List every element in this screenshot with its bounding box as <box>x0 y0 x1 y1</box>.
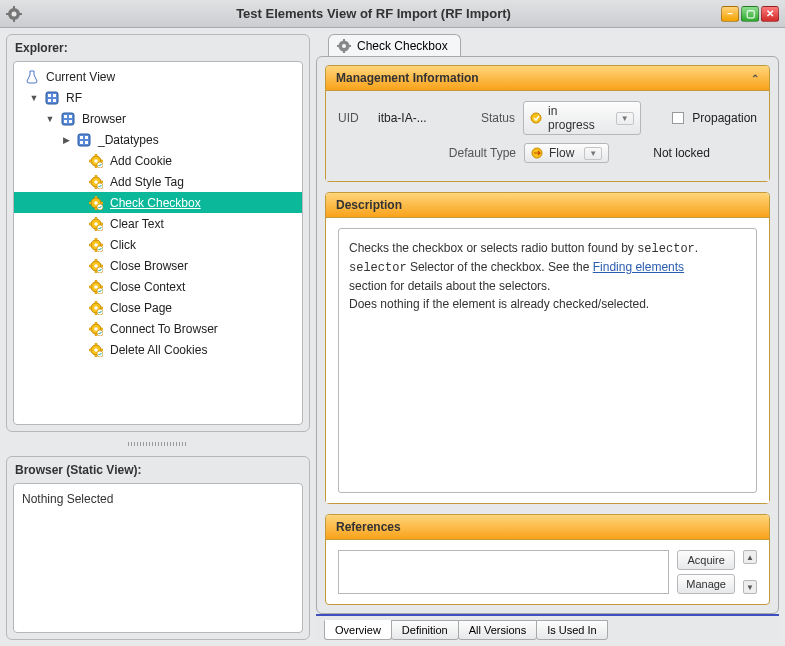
description-header[interactable]: Description <box>326 193 769 218</box>
svg-rect-94 <box>343 50 345 53</box>
tree-item[interactable]: ▶Close Context <box>14 276 302 297</box>
status-icon <box>530 112 542 124</box>
static-view-content: Nothing Selected <box>14 484 302 514</box>
close-button[interactable]: ✕ <box>761 6 779 22</box>
app-icon <box>6 6 22 22</box>
svg-rect-25 <box>89 160 92 162</box>
svg-point-57 <box>94 264 98 268</box>
action-gear-icon <box>88 279 104 295</box>
references-list[interactable] <box>338 550 669 594</box>
svg-rect-8 <box>53 94 56 97</box>
tree-browser[interactable]: ▼ Browser <box>14 108 302 129</box>
tree-item[interactable]: ▶Check Checkbox <box>14 192 302 213</box>
management-section: Management Information ⌃ UID itba-IA-...… <box>325 65 770 182</box>
status-dropdown[interactable]: in progress ▼ <box>523 101 641 135</box>
action-gear-icon <box>88 321 104 337</box>
tree-item[interactable]: ▶Clear Text <box>14 213 302 234</box>
tab-check-checkbox[interactable]: Check Checkbox <box>328 34 461 57</box>
svg-rect-67 <box>89 286 92 288</box>
svg-rect-10 <box>53 99 56 102</box>
expand-icon[interactable]: ▼ <box>28 93 40 103</box>
tab-is-used-in[interactable]: Is Used In <box>536 620 608 640</box>
svg-rect-75 <box>101 307 104 309</box>
tree-rf[interactable]: ▼ RF <box>14 87 302 108</box>
references-header[interactable]: References <box>326 515 769 540</box>
chevron-down-icon: ▼ <box>584 147 602 160</box>
tree-item[interactable]: ▶Add Style Tag <box>14 171 302 192</box>
svg-rect-5 <box>19 13 22 15</box>
tree-datatypes[interactable]: ▶ _Datatypes <box>14 129 302 150</box>
finding-elements-link[interactable]: Finding elements <box>593 260 684 274</box>
tree-item[interactable]: ▶Close Page <box>14 297 302 318</box>
svg-rect-89 <box>101 349 104 351</box>
svg-rect-81 <box>89 328 92 330</box>
svg-rect-23 <box>95 154 97 157</box>
svg-rect-46 <box>89 223 92 225</box>
svg-rect-15 <box>69 120 72 123</box>
svg-rect-74 <box>89 307 92 309</box>
lock-status: Not locked <box>653 146 710 160</box>
svg-rect-20 <box>85 141 88 144</box>
tree-item[interactable]: ▶Click <box>14 234 302 255</box>
svg-point-78 <box>94 327 98 331</box>
svg-rect-6 <box>46 92 58 104</box>
expand-icon[interactable]: ▶ <box>60 135 72 145</box>
svg-rect-65 <box>95 280 97 283</box>
tab-definition[interactable]: Definition <box>391 620 459 640</box>
tree-item[interactable]: ▶Close Browser <box>14 255 302 276</box>
expand-icon[interactable]: ▼ <box>44 114 56 124</box>
default-type-dropdown[interactable]: Flow ▼ <box>524 143 609 163</box>
svg-point-92 <box>342 44 346 48</box>
scroll-down-button[interactable]: ▼ <box>743 580 757 594</box>
svg-rect-60 <box>89 265 92 267</box>
svg-point-29 <box>94 180 98 184</box>
collapse-icon[interactable]: ⌃ <box>751 73 759 84</box>
tab-all-versions[interactable]: All Versions <box>458 620 537 640</box>
action-gear-icon <box>88 216 104 232</box>
svg-rect-33 <box>101 181 104 183</box>
scroll-up-button[interactable]: ▲ <box>743 550 757 564</box>
propagation-checkbox[interactable] <box>672 112 684 124</box>
static-view-title: Browser (Static View): <box>7 457 309 483</box>
package-icon <box>76 132 92 148</box>
tree-item[interactable]: ▶Add Cookie <box>14 150 302 171</box>
svg-rect-40 <box>101 202 104 204</box>
tree-root[interactable]: Current View <box>14 66 302 87</box>
svg-rect-38 <box>95 207 97 210</box>
svg-rect-73 <box>95 312 97 315</box>
svg-rect-53 <box>89 244 92 246</box>
references-section: References Acquire Manage ▲ ▼ <box>325 514 770 605</box>
action-gear-icon <box>88 237 104 253</box>
tab-overview[interactable]: Overview <box>324 620 392 640</box>
tree-item[interactable]: ▶Delete All Cookies <box>14 339 302 360</box>
svg-rect-11 <box>62 113 74 125</box>
svg-point-64 <box>94 285 98 289</box>
explorer-title: Explorer: <box>7 35 309 61</box>
svg-rect-68 <box>101 286 104 288</box>
svg-rect-61 <box>101 265 104 267</box>
tree-item[interactable]: ▶Connect To Browser <box>14 318 302 339</box>
svg-rect-72 <box>95 301 97 304</box>
svg-rect-4 <box>6 13 9 15</box>
svg-rect-12 <box>64 115 67 118</box>
minimize-button[interactable]: – <box>721 6 739 22</box>
maximize-button[interactable]: ▢ <box>741 6 759 22</box>
svg-rect-45 <box>95 228 97 231</box>
svg-rect-47 <box>101 223 104 225</box>
description-text[interactable]: Checks the checkbox or selects radio but… <box>338 228 757 493</box>
manage-button[interactable]: Manage <box>677 574 735 594</box>
svg-point-22 <box>94 159 98 163</box>
description-section: Description Checks the checkbox or selec… <box>325 192 770 504</box>
gear-icon <box>337 39 351 53</box>
management-header[interactable]: Management Information ⌃ <box>326 66 769 91</box>
acquire-button[interactable]: Acquire <box>677 550 735 570</box>
package-icon <box>44 90 60 106</box>
action-gear-icon <box>88 195 104 211</box>
package-icon <box>60 111 76 127</box>
window-title: Test Elements View of RF Import (RF Impo… <box>28 6 719 21</box>
vertical-resize-grip[interactable] <box>6 438 310 450</box>
svg-rect-82 <box>101 328 104 330</box>
explorer-tree[interactable]: Current View ▼ RF ▼ Browser ▶ <box>14 62 302 364</box>
svg-rect-13 <box>69 115 72 118</box>
svg-rect-3 <box>13 19 15 22</box>
